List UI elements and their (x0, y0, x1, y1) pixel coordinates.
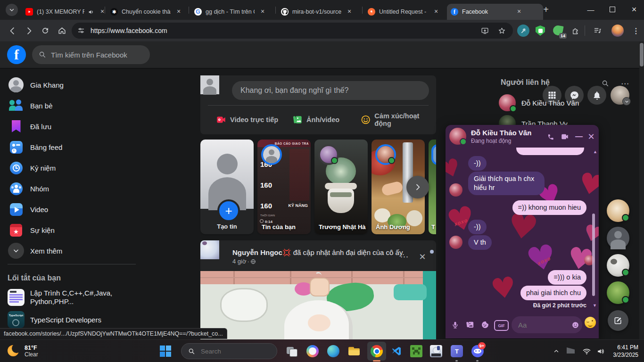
story-truong-nhat-ha[interactable]: Trương Nhật Hà (314, 140, 368, 234)
site-settings-icon[interactable] (72, 27, 91, 34)
chat-input-pill[interactable] (512, 316, 582, 333)
tab-close-button[interactable]: × (515, 8, 523, 16)
chevron-down-icon[interactable] (525, 131, 530, 137)
copilot-app-icon[interactable] (306, 345, 319, 357)
forward-button[interactable] (21, 23, 36, 38)
browser-tab-postman[interactable]: Untitled Request - M × (364, 4, 453, 20)
browser-tab-github[interactable]: mira-bot-v1/source/a × (277, 4, 368, 20)
reading-list-icon[interactable] (591, 25, 603, 37)
extension-leaf-icon[interactable]: 14 (552, 25, 564, 37)
tab-close-button[interactable]: × (98, 8, 107, 16)
chat-input[interactable] (512, 321, 568, 329)
feeling-activity-button[interactable]: Cảm xúc/hoạt động (361, 111, 436, 128)
contact-row[interactable]: Đỗ Kiều Thảo Vân (495, 92, 640, 113)
taskbar-search[interactable] (181, 343, 277, 359)
wifi-icon[interactable] (581, 346, 592, 356)
sidebar-item-saved[interactable]: Đã lưu (4, 116, 168, 137)
address-bar[interactable]: https://www.facebook.com (72, 23, 513, 39)
extension-wrench-icon[interactable] (517, 25, 529, 37)
post-close-button[interactable]: ✕ (415, 250, 429, 264)
extension-shield-icon[interactable] (534, 25, 546, 37)
reload-button[interactable] (38, 23, 53, 38)
scroll-down-icon[interactable]: ▼ (593, 303, 597, 308)
sidebar-item-feeds[interactable]: Bảng feed (4, 137, 168, 157)
composer-input[interactable]: Khang ơi, bạn đang nghĩ gì thế? (232, 81, 429, 100)
post-image[interactable] (200, 271, 436, 339)
browser-tab-facebook-active[interactable]: f Facebook × (447, 4, 543, 20)
anime-app-icon[interactable] (430, 345, 442, 357)
stories-next-button[interactable] (406, 176, 429, 198)
task-view-button[interactable] (286, 345, 298, 357)
tray-display-icon[interactable] (566, 346, 576, 356)
chat-minimize-button[interactable]: — (574, 132, 584, 142)
story-create[interactable]: + Tạo tin (200, 140, 254, 234)
chat-head-2[interactable] (607, 227, 629, 249)
chat-head-4[interactable] (607, 281, 629, 304)
vscode-app-icon[interactable] (390, 345, 403, 357)
weather-widget[interactable]: 81°F Clear (3, 340, 78, 362)
file-explorer-icon[interactable] (348, 345, 360, 357)
contacts-more-button[interactable]: ⋯ (619, 77, 632, 90)
facebook-search[interactable] (32, 45, 150, 64)
chrome-active-highlight[interactable] (367, 342, 386, 361)
chat-header[interactable]: Đỗ Kiều Thảo Vân Đang hoạt động — ✕ (446, 125, 599, 148)
bookmark-star-icon[interactable] (493, 27, 510, 35)
post-author-name[interactable]: Nguyễn Hngoc (232, 248, 282, 256)
post-time[interactable]: 4 giờ (232, 258, 247, 265)
taskbar-search-input[interactable] (200, 347, 263, 355)
chat-head-1[interactable] (607, 199, 629, 222)
contacts-search-button[interactable] (599, 77, 612, 90)
browser-tab-google[interactable]: G gg dịch - Tìm trên Go × (190, 4, 281, 20)
gif-button[interactable]: GIF (494, 320, 509, 331)
start-button[interactable] (159, 345, 172, 357)
emoji-picker-icon[interactable] (568, 318, 582, 332)
sidebar-item-friends[interactable]: Bạn bè (4, 95, 168, 116)
tab-close-button[interactable]: × (174, 8, 183, 16)
story-your-story[interactable]: BÁO CÁO GIAO TRA 160 160 160 KỸ NĂNG THỜ… (257, 140, 311, 234)
browser-menu-icon[interactable]: ⋮ (630, 25, 642, 37)
search-input[interactable] (50, 50, 132, 59)
window-minimize-button[interactable]: — (580, 0, 602, 19)
install-app-icon[interactable] (476, 27, 493, 35)
tab-close-button[interactable]: × (258, 8, 267, 16)
sticker-button[interactable] (479, 319, 491, 330)
quick-emoji-button[interactable] (585, 317, 596, 328)
sidebar-item-video[interactable]: Video (4, 199, 168, 220)
edge-app-icon[interactable] (327, 345, 339, 357)
sidebar-item-profile[interactable]: Gia Khang (4, 74, 168, 95)
video-call-button[interactable] (560, 132, 570, 142)
scroll-up-icon[interactable]: ▲ (593, 149, 597, 154)
chat-close-button[interactable]: ✕ (586, 132, 596, 142)
sidebar-item-groups[interactable]: Nhóm (4, 178, 168, 199)
sidebar-item-events[interactable]: ★ Sự kiện (4, 220, 168, 240)
composer-avatar[interactable] (200, 75, 219, 94)
page-scrollbar-track[interactable] (639, 41, 644, 339)
extensions-puzzle-icon[interactable] (570, 25, 582, 37)
window-restore-button[interactable] (602, 0, 623, 19)
facebook-logo[interactable]: f (7, 45, 26, 64)
minecraft-app-icon[interactable] (410, 345, 422, 357)
voice-call-button[interactable] (545, 132, 556, 142)
browser-profile-avatar[interactable] (611, 25, 624, 37)
discord-app-icon[interactable]: 9+ (471, 345, 484, 357)
sidebar-item-memories[interactable]: Kỷ niệm (4, 157, 168, 178)
sidebar-shortcut-lap-trinh[interactable]: Lập Trình C,C++,C#,Java, Python,PHP... (4, 286, 168, 309)
volume-icon[interactable] (595, 346, 606, 356)
tab-audio-icon[interactable] (88, 9, 94, 15)
window-close-button[interactable]: × (623, 0, 644, 19)
tab-close-button[interactable]: × (345, 8, 354, 16)
new-message-button[interactable] (608, 310, 628, 331)
attach-image-button[interactable] (464, 319, 476, 330)
browser-tab-youtube[interactable]: (1) 3X MEMORY R × (22, 4, 110, 20)
sidebar-shortcut-typescript[interactable]: TypeScript TypeScript Developers (4, 309, 168, 330)
clock-widget[interactable]: 6:41 PM 3/23/2025 (613, 344, 638, 359)
post-more-button[interactable]: ⋯ (397, 250, 412, 264)
sidebar-item-see-more[interactable]: Xem thêm (4, 240, 168, 261)
tray-chevron-icon[interactable] (551, 346, 562, 356)
chat-head-3[interactable] (607, 254, 629, 277)
tab-close-button[interactable]: × (432, 8, 440, 16)
tab-search-button[interactable] (6, 4, 18, 16)
new-tab-button[interactable]: + (537, 0, 554, 19)
chat-scrollbar-thumb[interactable] (592, 214, 595, 296)
browser-tab-chatgpt[interactable]: ✱ Chuyển cookie thành × (107, 4, 194, 20)
